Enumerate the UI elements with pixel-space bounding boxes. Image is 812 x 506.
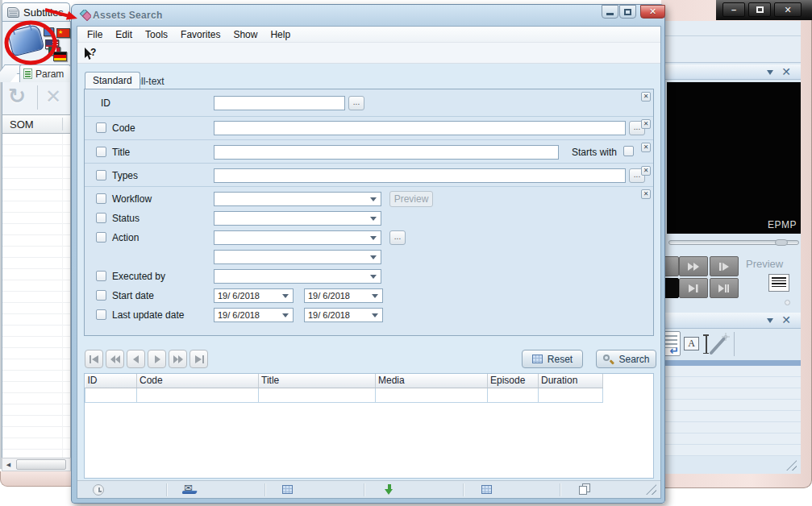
table-row[interactable] xyxy=(85,388,603,402)
menu-tools[interactable]: Tools xyxy=(139,27,174,42)
menu-favorites[interactable]: Favorites xyxy=(174,27,227,42)
tab-standard[interactable]: Standard xyxy=(85,72,140,89)
go-to-end-button[interactable] xyxy=(710,278,739,298)
cancel-icon[interactable]: ✕ xyxy=(45,85,61,108)
workflow-dropdown[interactable] xyxy=(214,192,381,206)
next-frame-button[interactable] xyxy=(679,278,708,298)
minimize-button[interactable] xyxy=(602,5,618,19)
menu-help[interactable]: Help xyxy=(264,27,297,42)
step-forward-button[interactable] xyxy=(710,256,739,276)
horizontal-scrollbar[interactable]: ◀ xyxy=(2,458,71,471)
menu-file[interactable]: File xyxy=(81,27,109,42)
reset-grid-icon xyxy=(532,355,543,363)
title-checkbox[interactable] xyxy=(96,147,106,157)
tools-panel-header[interactable]: ✕ xyxy=(663,313,801,329)
maximize-button[interactable] xyxy=(619,5,636,19)
lines-menu-icon[interactable] xyxy=(768,274,789,292)
types-input[interactable] xyxy=(214,168,626,183)
scroll-left-arrow[interactable]: ◀ xyxy=(2,458,15,471)
close-button-dark[interactable]: ✕ xyxy=(774,2,802,17)
action-browse-button[interactable]: ... xyxy=(389,230,406,245)
seek-thumb[interactable] xyxy=(775,239,788,246)
nav-next-button[interactable] xyxy=(148,350,166,368)
search-magnifier-icon xyxy=(602,354,614,365)
starts-with-checkbox[interactable] xyxy=(623,146,634,156)
maximize-button-dark[interactable] xyxy=(748,2,771,17)
last-update-from-picker[interactable]: 19/ 6/2018 xyxy=(214,308,294,322)
flag-icon-germany[interactable] xyxy=(53,52,67,61)
menu-edit[interactable]: Edit xyxy=(109,27,139,42)
executed-by-dropdown[interactable] xyxy=(214,269,381,284)
column-header-episode[interactable]: Episode xyxy=(488,374,539,388)
resize-grip[interactable] xyxy=(786,460,797,471)
executed-by-checkbox[interactable] xyxy=(96,271,106,281)
scrollbar-thumb[interactable] xyxy=(16,459,66,470)
minimize-button-dark[interactable]: – xyxy=(722,2,745,17)
column-header-id[interactable]: ID xyxy=(85,374,137,388)
panel-close-icon[interactable]: ✕ xyxy=(781,65,791,78)
tab-subtitles[interactable]: Subtitles xyxy=(2,2,70,22)
nav-first-button[interactable] xyxy=(85,350,103,368)
dialog-titlebar[interactable]: Assets Search xyxy=(72,5,664,26)
id-input[interactable] xyxy=(214,96,345,110)
last-update-checkbox[interactable] xyxy=(96,309,106,320)
dialog-resize-grip[interactable] xyxy=(646,484,656,495)
seek-slider[interactable] xyxy=(667,237,801,249)
start-date-to-picker[interactable]: 19/ 6/2018 xyxy=(304,288,383,303)
types-checkbox[interactable] xyxy=(96,170,106,180)
panel-close-icon[interactable]: ✕ xyxy=(781,313,791,326)
nav-fast-rewind-button[interactable] xyxy=(106,350,124,368)
chevron-down-icon[interactable] xyxy=(767,70,773,78)
close-button[interactable]: ✕ xyxy=(640,5,665,19)
action-dropdown[interactable] xyxy=(214,230,381,245)
section-close-icon[interactable]: ✕ xyxy=(641,189,651,199)
fast-forward-button[interactable] xyxy=(679,256,708,276)
column-header-title[interactable]: Title xyxy=(259,374,376,388)
subtitle-list-area[interactable] xyxy=(663,366,801,456)
start-date-from-picker[interactable]: 19/ 6/2018 xyxy=(214,288,294,303)
section-close-icon[interactable]: ✕ xyxy=(641,166,651,176)
assets-search-icon xyxy=(78,10,91,21)
code-checkbox[interactable] xyxy=(96,122,106,133)
font-text-icon[interactable]: A xyxy=(684,334,711,354)
player-button-dark[interactable] xyxy=(663,278,679,298)
magic-wand-icon[interactable] xyxy=(708,332,731,356)
flag-icon-blue[interactable] xyxy=(44,27,54,36)
id-browse-button[interactable]: ... xyxy=(348,96,364,110)
context-help-button[interactable]: ? xyxy=(81,44,98,61)
som-column-header[interactable]: SOM xyxy=(2,114,71,134)
refresh-icon[interactable]: ↻ xyxy=(8,84,26,109)
last-update-to-picker[interactable]: 19/ 6/2018 xyxy=(304,308,383,322)
workflow-preview-button[interactable]: Preview xyxy=(389,191,433,207)
column-header-code[interactable]: Code xyxy=(137,374,259,388)
menu-show[interactable]: Show xyxy=(227,27,264,42)
status-dropdown[interactable] xyxy=(214,211,381,226)
chevron-down-icon[interactable] xyxy=(767,318,773,326)
column-header-media[interactable]: Media xyxy=(376,374,488,388)
code-input[interactable] xyxy=(214,121,626,135)
action-checkbox[interactable] xyxy=(96,232,106,243)
player-button-clipped[interactable] xyxy=(663,256,679,276)
flag-icon-china[interactable]: ★ xyxy=(56,28,70,38)
results-grid[interactable]: ID Code Title Media Episode Duration xyxy=(84,373,654,479)
section-close-icon[interactable]: ✕ xyxy=(641,119,651,129)
section-close-icon[interactable]: ✕ xyxy=(641,143,651,152)
reset-button[interactable]: Reset xyxy=(522,350,583,368)
som-grid-body[interactable] xyxy=(2,134,71,458)
secondary-dropdown[interactable] xyxy=(214,250,381,264)
tab-param[interactable]: Param xyxy=(19,64,71,82)
nav-previous-button[interactable] xyxy=(127,350,145,368)
workflow-checkbox[interactable] xyxy=(96,193,106,204)
section-close-icon[interactable]: ✕ xyxy=(641,92,651,102)
column-header-duration[interactable]: Duration xyxy=(539,374,603,388)
section-title: Title Starts with ✕ xyxy=(85,140,653,164)
search-button-label: Search xyxy=(618,354,649,365)
player-panel-header[interactable]: ✕ xyxy=(663,64,801,80)
nav-fast-forward-button[interactable] xyxy=(169,350,187,368)
video-preview-area[interactable]: EPMP xyxy=(667,82,801,234)
start-date-checkbox[interactable] xyxy=(96,290,106,301)
nav-last-button[interactable] xyxy=(189,350,208,368)
title-input[interactable] xyxy=(214,145,559,160)
search-button[interactable]: Search xyxy=(596,350,656,368)
status-checkbox[interactable] xyxy=(96,213,106,223)
